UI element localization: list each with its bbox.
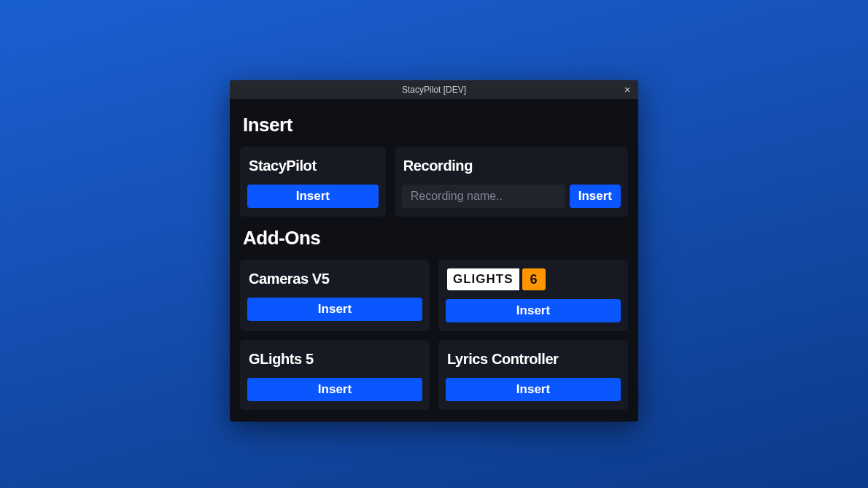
glights6-logo-word: GLIGHTS (447, 268, 519, 290)
insert-grid: StacyPilot Insert Recording Insert (240, 147, 628, 217)
insert-button-recording[interactable]: Insert (570, 185, 621, 208)
insert-button-stacypilot[interactable]: Insert (247, 185, 379, 208)
glights6-logo: GLIGHTS 6 (447, 268, 546, 290)
card-glights6: GLIGHTS 6 Insert (438, 260, 628, 331)
card-title: GLights 5 (249, 351, 314, 368)
titlebar[interactable]: StacyPilot [DEV] × (230, 80, 638, 99)
card-cameras: Cameras V5 Insert (240, 260, 430, 331)
card-title: Recording (403, 158, 473, 174)
section-title-addons: Add-Ons (243, 227, 625, 249)
card-glights5: GLights 5 Insert (240, 340, 430, 410)
card-lyrics: Lyrics Controller Insert (438, 340, 628, 410)
card-header: StacyPilot (249, 155, 377, 176)
card-recording: Recording Insert (395, 147, 628, 217)
glights6-logo-num: 6 (522, 268, 546, 290)
section-title-insert: Insert (243, 114, 625, 136)
insert-button-cameras[interactable]: Insert (247, 298, 422, 321)
addons-grid: Cameras V5 Insert GLIGHTS 6 Insert GLigh… (240, 260, 628, 410)
card-title: StacyPilot (249, 158, 317, 174)
window-content: Insert StacyPilot Insert Recording Inser… (230, 99, 638, 422)
recording-name-input[interactable] (402, 185, 565, 208)
card-title: Lyrics Controller (447, 351, 559, 368)
window-title: StacyPilot [DEV] (402, 85, 466, 95)
close-icon: × (624, 84, 630, 96)
insert-button-glights5[interactable]: Insert (247, 378, 422, 401)
card-header: GLights 5 (249, 349, 421, 369)
app-window: StacyPilot [DEV] × Insert StacyPilot Ins… (230, 80, 638, 422)
close-button[interactable]: × (616, 80, 638, 99)
card-header: Cameras V5 (249, 268, 421, 289)
card-header: Lyrics Controller (447, 349, 619, 369)
card-header: GLIGHTS 6 (447, 268, 619, 290)
card-header: Recording (403, 155, 619, 176)
insert-button-lyrics[interactable]: Insert (446, 378, 621, 401)
card-stacypilot: StacyPilot Insert (240, 147, 386, 217)
card-title: Cameras V5 (249, 271, 330, 287)
insert-button-glights6[interactable]: Insert (446, 299, 621, 322)
recording-input-row: Insert (402, 185, 621, 208)
